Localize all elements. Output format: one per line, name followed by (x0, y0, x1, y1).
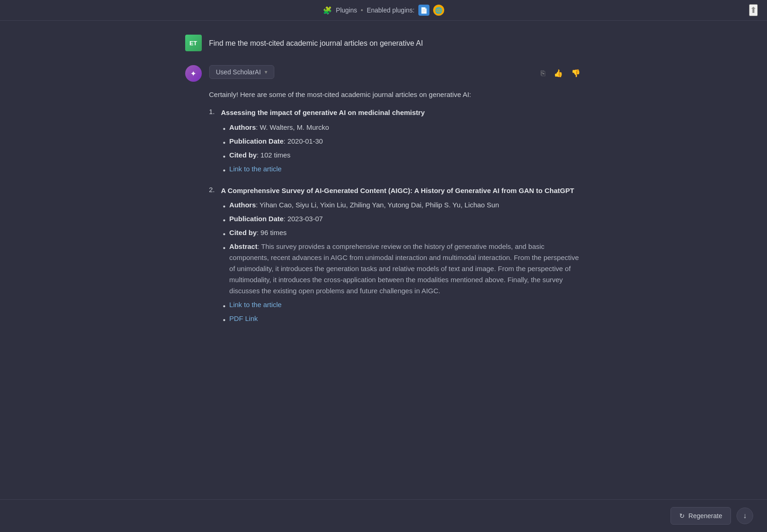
user-avatar: ET (185, 35, 202, 51)
puzzle-icon: 🧩 (323, 6, 332, 15)
used-plugin-dropdown[interactable]: Used ScholarAI ▾ (209, 65, 274, 79)
enabled-label: Enabled plugins: (367, 6, 415, 14)
article-2-pdf-link[interactable]: ● PDF Link (223, 313, 582, 324)
thumbup-icon: 👍 (554, 69, 563, 77)
ai-avatar: ✦ (185, 65, 202, 82)
article-2-pdf-link-text[interactable]: PDF Link (229, 313, 258, 324)
article-2-abstract: ● Abstract: This survey provides a compr… (223, 241, 582, 296)
chat-area: ET Find me the most-cited academic journ… (176, 21, 592, 405)
article-2-citations: ● Cited by: 96 times (223, 227, 582, 238)
user-message: ET Find me the most-cited academic journ… (185, 35, 582, 51)
article-1-citations: ● Cited by: 102 times (223, 150, 582, 161)
response-intro: Certainly! Here are some of the most-cit… (209, 89, 582, 100)
thumbdown-button[interactable]: 👎 (569, 67, 582, 79)
article-1-link-text[interactable]: Link to the article (229, 163, 282, 175)
bottom-bar: ↻ Regenerate ↓ (0, 499, 767, 532)
article-1-pubdate: ● Publication Date: 2020-01-30 (223, 136, 582, 147)
article-1-authors: ● Authors: W. Walters, M. Murcko (223, 122, 582, 133)
bullet-icon: ● (223, 302, 226, 310)
scroll-down-button[interactable]: ↓ (737, 508, 753, 524)
bullet-icon: ● (223, 125, 226, 133)
articles-list: 1. Assessing the impact of generative AI… (209, 108, 582, 324)
regenerate-button[interactable]: ↻ Regenerate (670, 507, 731, 525)
bullet-icon: ● (223, 316, 226, 324)
bullet-icon: ● (223, 217, 226, 224)
plugin-badge-2: 🌐 (433, 5, 444, 16)
bullet-icon: ● (223, 244, 226, 252)
bullet-icon: ● (223, 139, 226, 146)
thumbdown-icon: 👎 (571, 69, 580, 77)
copy-button[interactable]: ⎘ (539, 67, 547, 79)
article-title-1: Assessing the impact of generative AI on… (221, 108, 425, 118)
export-icon: ⬆ (750, 6, 757, 15)
article-item-2: 2. A Comprehensive Survey of AI-Generate… (209, 186, 582, 325)
chevron-down-icon: ▾ (265, 69, 267, 75)
ai-content: Used ScholarAI ▾ ⎘ 👍 👎 Certainly! Here (209, 65, 582, 335)
bullet-icon: ● (223, 153, 226, 160)
regenerate-icon: ↻ (679, 512, 685, 520)
thumbup-button[interactable]: 👍 (552, 67, 565, 79)
plugins-label: Plugins (336, 6, 357, 14)
article-item-1: 1. Assessing the impact of generative AI… (209, 108, 582, 175)
scroll-down-icon: ↓ (743, 512, 747, 520)
bullet-icon: ● (223, 167, 226, 174)
export-button[interactable]: ⬆ (749, 4, 758, 16)
plugin-used-label: Used ScholarAI (216, 68, 261, 76)
regenerate-label: Regenerate (688, 512, 722, 520)
article-2-link-text[interactable]: Link to the article (229, 299, 282, 310)
ai-actions: ⎘ 👍 👎 (539, 65, 582, 79)
plugin-badge-1: 📄 (418, 5, 429, 16)
plugins-info: 🧩 Plugins • Enabled plugins: 📄 🌐 (323, 5, 444, 16)
article-number-1: 1. (209, 108, 218, 115)
bullet-icon: ● (223, 230, 226, 238)
ai-message: ✦ Used ScholarAI ▾ ⎘ 👍 👎 (185, 65, 582, 335)
copy-icon: ⎘ (541, 69, 545, 77)
article-2-pubdate: ● Publication Date: 2023-03-07 (223, 213, 582, 224)
article-number-2: 2. (209, 186, 218, 193)
top-bar: 🧩 Plugins • Enabled plugins: 📄 🌐 ⬆ (0, 0, 767, 21)
bullet-icon: ● (223, 203, 226, 210)
article-2-authors: ● Authors: Yihan Cao, Siyu Li, Yixin Liu… (223, 200, 582, 211)
article-2-link[interactable]: ● Link to the article (223, 299, 582, 310)
article-title-2: A Comprehensive Survey of AI-Generated C… (221, 186, 574, 196)
separator: • (361, 6, 363, 14)
article-1-link[interactable]: ● Link to the article (223, 163, 582, 175)
user-message-text: Find me the most-cited academic journal … (209, 35, 423, 49)
